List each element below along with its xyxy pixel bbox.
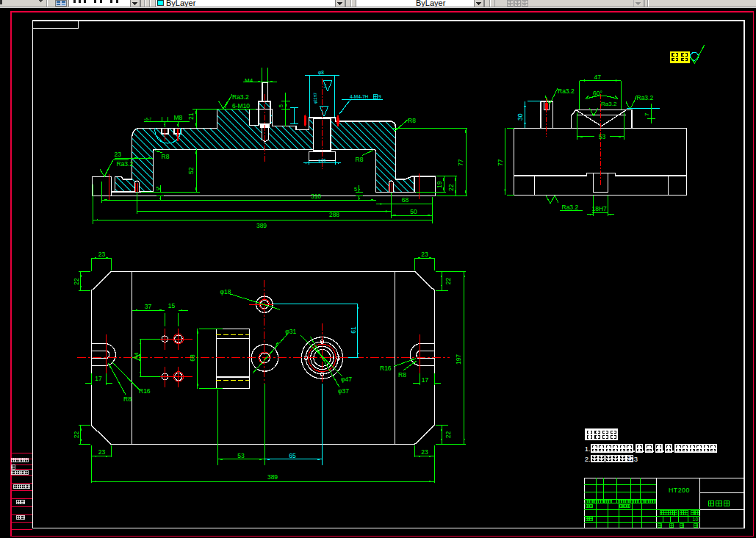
svg-text:21: 21 (187, 112, 195, 120)
svg-text:19: 19 (436, 181, 443, 188)
svg-text:47: 47 (594, 73, 602, 81)
svg-text:61: 61 (350, 326, 357, 334)
svg-text:65: 65 (289, 452, 296, 459)
svg-text:M8: M8 (174, 114, 183, 121)
svg-text:5: 5 (156, 186, 159, 191)
svg-text:Ra3.2: Ra3.2 (117, 160, 134, 168)
svg-text:R3: R3 (629, 455, 638, 463)
svg-text:M4: M4 (245, 77, 253, 84)
svg-text:37: 37 (145, 303, 152, 310)
svg-text:≈8≈7: ≈8≈7 (144, 118, 151, 121)
svg-text:φ31: φ31 (285, 328, 296, 335)
svg-text:389: 389 (267, 473, 278, 481)
svg-text:23: 23 (115, 151, 122, 158)
svg-text:Ra3.2: Ra3.2 (601, 101, 617, 107)
svg-text:R8: R8 (398, 371, 406, 379)
svg-text:R16: R16 (380, 365, 392, 372)
svg-text:Ra3.2: Ra3.2 (232, 93, 249, 101)
svg-text:197: 197 (455, 354, 462, 365)
svg-text:18H7: 18H7 (592, 205, 608, 212)
svg-text:9: 9 (378, 94, 381, 99)
svg-text:4-M4-7H: 4-M4-7H (350, 94, 369, 99)
svg-text:ByLayer: ByLayer (166, 0, 196, 7)
svg-text:389: 389 (256, 222, 267, 229)
svg-text:23: 23 (98, 448, 106, 456)
svg-text:2.: 2. (585, 455, 591, 463)
svg-text:10: 10 (693, 517, 699, 522)
svg-text:23: 23 (421, 251, 428, 258)
svg-text:φ8: φ8 (318, 70, 324, 76)
svg-text:Ra3.2: Ra3.2 (562, 204, 579, 211)
svg-text:1.: 1. (585, 445, 591, 453)
svg-text:φ22H7: φ22H7 (314, 93, 317, 104)
svg-text:22: 22 (444, 278, 452, 285)
svg-text:77: 77 (457, 159, 464, 166)
svg-text:5: 5 (354, 187, 357, 192)
svg-text:HT200: HT200 (669, 487, 690, 494)
svg-text:44: 44 (133, 352, 140, 359)
svg-text:52: 52 (187, 167, 195, 174)
svg-text:310: 310 (311, 193, 321, 200)
svg-text:ByLayer: ByLayer (416, 0, 446, 7)
svg-text:77: 77 (497, 159, 504, 166)
svg-text:R8: R8 (356, 156, 364, 163)
svg-text:30: 30 (516, 113, 524, 121)
svg-text:3.2: 3.2 (323, 84, 327, 88)
svg-text:22: 22 (73, 278, 80, 285)
svg-text:17: 17 (95, 375, 102, 382)
svg-text:50: 50 (410, 208, 417, 215)
svg-text:60°: 60° (593, 90, 602, 97)
svg-text:17: 17 (422, 376, 429, 384)
svg-text:5: 5 (278, 104, 284, 107)
svg-text:23: 23 (421, 448, 428, 456)
svg-text:23: 23 (98, 251, 106, 258)
svg-text:R8: R8 (408, 117, 416, 124)
svg-text:R8: R8 (162, 153, 170, 160)
svg-text:φ47: φ47 (341, 376, 352, 383)
svg-text:6-M10: 6-M10 (232, 102, 250, 110)
svg-text:φ18: φ18 (220, 288, 231, 295)
svg-text:Ra3.2: Ra3.2 (637, 94, 654, 101)
svg-text:φ37: φ37 (338, 387, 349, 395)
svg-text:68: 68 (402, 196, 409, 204)
svg-text:Ra3.2: Ra3.2 (558, 87, 575, 95)
svg-text:68: 68 (189, 354, 196, 362)
svg-text:22: 22 (444, 431, 452, 439)
svg-text:φ36: φ36 (318, 158, 326, 162)
svg-text:15: 15 (168, 302, 176, 309)
svg-text:22: 22 (73, 431, 80, 439)
svg-text:53: 53 (237, 452, 245, 459)
svg-text:7: 7 (644, 112, 650, 116)
svg-text:R16: R16 (139, 387, 151, 395)
svg-text:288: 288 (329, 211, 339, 218)
svg-text:22: 22 (447, 184, 455, 191)
svg-text:R8: R8 (123, 395, 132, 403)
svg-text:53: 53 (599, 133, 606, 140)
